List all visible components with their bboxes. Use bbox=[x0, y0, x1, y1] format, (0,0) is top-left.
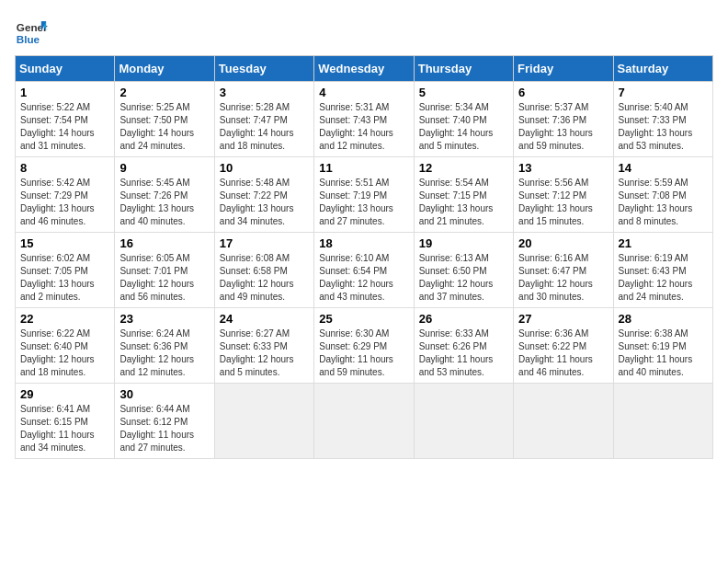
calendar-cell-empty bbox=[514, 384, 613, 459]
day-number: 21 bbox=[619, 236, 708, 250]
day-number: 24 bbox=[220, 312, 309, 326]
day-info: Sunrise: 5:54 AMSunset: 7:15 PMDaylight:… bbox=[419, 177, 508, 228]
day-info: Sunrise: 6:10 AMSunset: 6:54 PMDaylight:… bbox=[319, 252, 408, 304]
day-number: 22 bbox=[20, 312, 109, 326]
calendar-cell-empty bbox=[314, 384, 414, 459]
calendar-day-12: 12Sunrise: 5:54 AMSunset: 7:15 PMDayligh… bbox=[414, 157, 513, 233]
weekday-monday: Monday bbox=[115, 56, 214, 82]
day-number: 26 bbox=[419, 312, 508, 326]
calendar-body: 1Sunrise: 5:22 AMSunset: 7:54 PMDaylight… bbox=[16, 82, 713, 459]
day-info: Sunrise: 5:51 AMSunset: 7:19 PMDaylight:… bbox=[319, 177, 408, 228]
weekday-thursday: Thursday bbox=[414, 56, 513, 82]
calendar-day-7: 7Sunrise: 5:40 AMSunset: 7:33 PMDaylight… bbox=[613, 82, 712, 157]
calendar-week-2: 8Sunrise: 5:42 AMSunset: 7:29 PMDaylight… bbox=[16, 157, 713, 233]
calendar-day-30: 30Sunrise: 6:44 AMSunset: 6:12 PMDayligh… bbox=[115, 384, 214, 459]
day-number: 2 bbox=[119, 86, 209, 99]
weekday-sunday: Sunday bbox=[16, 56, 115, 82]
day-info: Sunrise: 5:25 AMSunset: 7:50 PMDaylight:… bbox=[119, 101, 209, 153]
day-number: 17 bbox=[220, 236, 309, 250]
calendar-cell-empty bbox=[613, 384, 712, 459]
day-number: 14 bbox=[619, 161, 708, 175]
day-info: Sunrise: 5:40 AMSunset: 7:33 PMDaylight:… bbox=[619, 101, 708, 153]
calendar-day-24: 24Sunrise: 6:27 AMSunset: 6:33 PMDayligh… bbox=[214, 308, 313, 384]
calendar-week-5: 29Sunrise: 6:41 AMSunset: 6:15 PMDayligh… bbox=[16, 384, 713, 459]
weekday-friday: Friday bbox=[514, 56, 613, 82]
day-info: Sunrise: 6:16 AMSunset: 6:47 PMDaylight:… bbox=[518, 252, 608, 304]
day-info: Sunrise: 6:33 AMSunset: 6:26 PMDaylight:… bbox=[419, 327, 508, 379]
day-number: 13 bbox=[518, 161, 608, 175]
calendar-week-4: 22Sunrise: 6:22 AMSunset: 6:40 PMDayligh… bbox=[16, 308, 713, 384]
day-number: 16 bbox=[119, 236, 209, 250]
calendar-day-8: 8Sunrise: 5:42 AMSunset: 7:29 PMDaylight… bbox=[16, 157, 115, 233]
calendar-cell-empty bbox=[214, 384, 313, 459]
calendar-day-11: 11Sunrise: 5:51 AMSunset: 7:19 PMDayligh… bbox=[314, 157, 414, 233]
calendar-day-21: 21Sunrise: 6:19 AMSunset: 6:43 PMDayligh… bbox=[613, 233, 712, 308]
day-info: Sunrise: 5:48 AMSunset: 7:22 PMDaylight:… bbox=[220, 177, 309, 228]
day-info: Sunrise: 5:59 AMSunset: 7:08 PMDaylight:… bbox=[619, 177, 708, 228]
day-number: 20 bbox=[518, 236, 608, 250]
logo-icon: General Blue bbox=[15, 15, 48, 48]
day-info: Sunrise: 5:37 AMSunset: 7:36 PMDaylight:… bbox=[518, 101, 608, 153]
day-info: Sunrise: 5:28 AMSunset: 7:47 PMDaylight:… bbox=[220, 101, 309, 153]
day-info: Sunrise: 6:30 AMSunset: 6:29 PMDaylight:… bbox=[319, 327, 408, 379]
day-number: 8 bbox=[20, 161, 109, 175]
day-info: Sunrise: 5:45 AMSunset: 7:26 PMDaylight:… bbox=[119, 177, 209, 228]
day-info: Sunrise: 5:42 AMSunset: 7:29 PMDaylight:… bbox=[20, 177, 109, 228]
day-number: 27 bbox=[518, 312, 608, 326]
calendar-day-1: 1Sunrise: 5:22 AMSunset: 7:54 PMDaylight… bbox=[16, 82, 115, 157]
calendar-day-22: 22Sunrise: 6:22 AMSunset: 6:40 PMDayligh… bbox=[16, 308, 115, 384]
calendar-day-25: 25Sunrise: 6:30 AMSunset: 6:29 PMDayligh… bbox=[314, 308, 414, 384]
day-number: 29 bbox=[20, 387, 109, 401]
calendar-day-18: 18Sunrise: 6:10 AMSunset: 6:54 PMDayligh… bbox=[314, 233, 414, 308]
calendar-day-27: 27Sunrise: 6:36 AMSunset: 6:22 PMDayligh… bbox=[514, 308, 613, 384]
calendar-day-17: 17Sunrise: 6:08 AMSunset: 6:58 PMDayligh… bbox=[214, 233, 313, 308]
day-info: Sunrise: 6:44 AMSunset: 6:12 PMDaylight:… bbox=[119, 403, 209, 454]
weekday-wednesday: Wednesday bbox=[314, 56, 414, 82]
calendar-day-3: 3Sunrise: 5:28 AMSunset: 7:47 PMDaylight… bbox=[214, 82, 313, 157]
calendar-day-28: 28Sunrise: 6:38 AMSunset: 6:19 PMDayligh… bbox=[613, 308, 712, 384]
calendar-day-10: 10Sunrise: 5:48 AMSunset: 7:22 PMDayligh… bbox=[214, 157, 313, 233]
weekday-tuesday: Tuesday bbox=[214, 56, 313, 82]
day-number: 15 bbox=[20, 236, 109, 250]
day-number: 28 bbox=[619, 312, 708, 326]
weekday-header-row: SundayMondayTuesdayWednesdayThursdayFrid… bbox=[16, 56, 713, 82]
day-number: 4 bbox=[319, 86, 408, 99]
calendar-day-6: 6Sunrise: 5:37 AMSunset: 7:36 PMDaylight… bbox=[514, 82, 613, 157]
calendar-week-1: 1Sunrise: 5:22 AMSunset: 7:54 PMDaylight… bbox=[16, 82, 713, 157]
calendar-day-23: 23Sunrise: 6:24 AMSunset: 6:36 PMDayligh… bbox=[115, 308, 214, 384]
day-number: 6 bbox=[518, 86, 608, 99]
day-info: Sunrise: 6:19 AMSunset: 6:43 PMDaylight:… bbox=[619, 252, 708, 304]
calendar-day-15: 15Sunrise: 6:02 AMSunset: 7:05 PMDayligh… bbox=[16, 233, 115, 308]
day-number: 18 bbox=[319, 236, 408, 250]
calendar-cell-empty bbox=[414, 384, 513, 459]
svg-text:Blue: Blue bbox=[17, 33, 40, 45]
weekday-saturday: Saturday bbox=[613, 56, 712, 82]
day-info: Sunrise: 6:22 AMSunset: 6:40 PMDaylight:… bbox=[20, 327, 109, 379]
day-info: Sunrise: 6:13 AMSunset: 6:50 PMDaylight:… bbox=[419, 252, 508, 304]
calendar-day-16: 16Sunrise: 6:05 AMSunset: 7:01 PMDayligh… bbox=[115, 233, 214, 308]
day-info: Sunrise: 6:36 AMSunset: 6:22 PMDaylight:… bbox=[518, 327, 608, 379]
day-info: Sunrise: 5:56 AMSunset: 7:12 PMDaylight:… bbox=[518, 177, 608, 228]
day-number: 25 bbox=[319, 312, 408, 326]
logo: General Blue bbox=[15, 15, 48, 48]
page-header: General Blue bbox=[15, 15, 713, 48]
calendar-day-4: 4Sunrise: 5:31 AMSunset: 7:43 PMDaylight… bbox=[314, 82, 414, 157]
day-number: 11 bbox=[319, 161, 408, 175]
calendar-day-19: 19Sunrise: 6:13 AMSunset: 6:50 PMDayligh… bbox=[414, 233, 513, 308]
day-number: 10 bbox=[220, 161, 309, 175]
day-number: 3 bbox=[220, 86, 309, 99]
day-info: Sunrise: 5:22 AMSunset: 7:54 PMDaylight:… bbox=[20, 101, 109, 153]
calendar-day-2: 2Sunrise: 5:25 AMSunset: 7:50 PMDaylight… bbox=[115, 82, 214, 157]
calendar-day-5: 5Sunrise: 5:34 AMSunset: 7:40 PMDaylight… bbox=[414, 82, 513, 157]
day-number: 9 bbox=[119, 161, 209, 175]
day-number: 30 bbox=[119, 387, 209, 401]
day-info: Sunrise: 6:27 AMSunset: 6:33 PMDaylight:… bbox=[220, 327, 309, 379]
calendar-table: SundayMondayTuesdayWednesdayThursdayFrid… bbox=[15, 55, 713, 459]
calendar-week-3: 15Sunrise: 6:02 AMSunset: 7:05 PMDayligh… bbox=[16, 233, 713, 308]
calendar-day-26: 26Sunrise: 6:33 AMSunset: 6:26 PMDayligh… bbox=[414, 308, 513, 384]
calendar-day-13: 13Sunrise: 5:56 AMSunset: 7:12 PMDayligh… bbox=[514, 157, 613, 233]
day-number: 7 bbox=[619, 86, 708, 99]
day-info: Sunrise: 5:31 AMSunset: 7:43 PMDaylight:… bbox=[319, 101, 408, 153]
day-number: 23 bbox=[119, 312, 209, 326]
day-info: Sunrise: 5:34 AMSunset: 7:40 PMDaylight:… bbox=[419, 101, 508, 153]
